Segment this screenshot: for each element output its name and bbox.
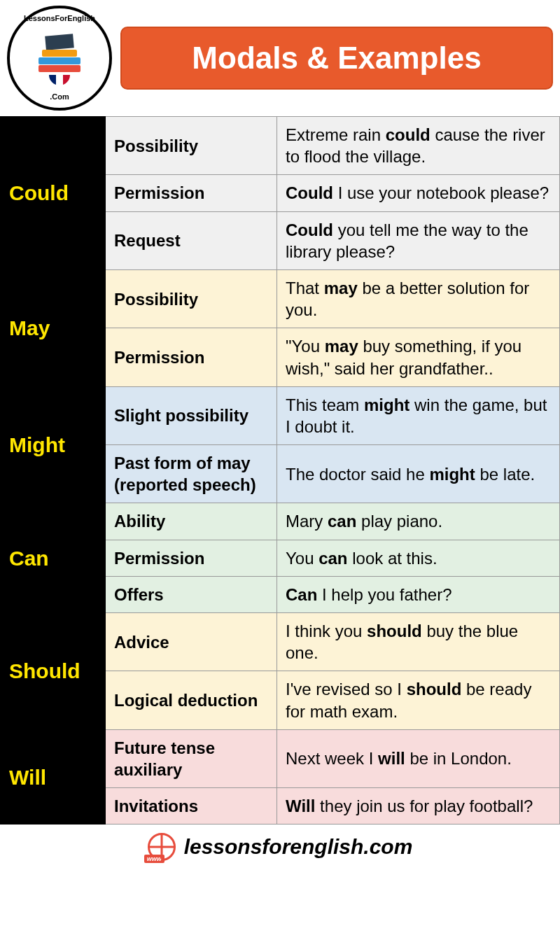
usage-cell: Offers xyxy=(106,576,277,612)
modal-name-cell: Can xyxy=(1,503,106,613)
usage-cell: Permission xyxy=(106,540,277,576)
example-cell: Mary can play piano. xyxy=(277,503,560,540)
table-row: ShouldAdviceI think you should buy the b… xyxy=(1,613,560,671)
usage-cell: Request xyxy=(106,211,277,269)
example-text-bold: Can xyxy=(286,585,317,604)
example-text-bold: Could xyxy=(286,220,333,239)
logo-text-top: LessonsForEnglish xyxy=(24,14,95,22)
header: LessonsForEnglish .Com Modals & Examples xyxy=(0,0,560,116)
usage-cell: Invitations xyxy=(106,788,277,825)
example-cell: You can look at this. xyxy=(277,540,560,576)
example-cell: Extreme rain could cause the river to fl… xyxy=(277,117,560,175)
modal-name-cell: Might xyxy=(1,386,106,503)
globe-icon: www xyxy=(148,833,176,861)
example-cell: I think you should buy the blue one. xyxy=(277,613,560,671)
example-text-post: they join us for play football? xyxy=(315,797,533,815)
example-text-bold: might xyxy=(429,465,475,484)
usage-cell: Ability xyxy=(106,503,277,540)
books-icon xyxy=(38,48,80,72)
example-text-post: be in London. xyxy=(405,749,512,768)
example-text-bold: will xyxy=(378,749,405,768)
usage-cell: Permission xyxy=(106,328,277,386)
example-cell: Could I use your notebook please? xyxy=(277,175,560,211)
example-cell: The doctor said he might be late. xyxy=(277,445,560,503)
example-cell: Will they join us for play football? xyxy=(277,788,560,825)
example-text-bold: can xyxy=(328,512,356,531)
table-row: MightSlight possibilityThis team might w… xyxy=(1,386,560,444)
example-text-post: I use your notebook please? xyxy=(333,183,549,202)
usage-cell: Future tense auxiliary xyxy=(106,729,277,787)
footer-url: lessonsforenglish.com xyxy=(184,835,413,859)
modal-name-cell: Will xyxy=(1,729,106,825)
www-label: www xyxy=(144,855,164,863)
example-cell: I've revised so I should be ready for ma… xyxy=(277,671,560,729)
example-text-pre: "You xyxy=(286,337,325,356)
example-text-bold: Will xyxy=(286,797,315,815)
logo-text-bottom: .Com xyxy=(50,92,69,101)
uk-flag-heart-icon xyxy=(49,75,70,92)
usage-cell: Permission xyxy=(106,175,277,211)
example-text-post: play piano. xyxy=(356,512,442,531)
example-text-bold: can xyxy=(318,549,347,568)
page-title: Modals & Examples xyxy=(120,27,553,90)
example-text-pre: That xyxy=(286,279,324,297)
usage-cell: Logical deduction xyxy=(106,671,277,729)
example-text-pre: I think you xyxy=(286,622,367,640)
example-text-pre: The doctor said he xyxy=(286,465,429,484)
example-cell: Could you tell me the way to the library… xyxy=(277,211,560,269)
example-text-bold: should xyxy=(407,680,462,699)
usage-cell: Possibility xyxy=(106,117,277,175)
example-text-bold: may xyxy=(325,337,358,356)
example-text-pre: You xyxy=(286,549,318,568)
example-text-bold: may xyxy=(324,279,358,297)
table-row: CanAbilityMary can play piano. xyxy=(1,503,560,540)
example-text-pre: Extreme rain xyxy=(286,125,386,144)
example-cell: Next week I will be in London. xyxy=(277,729,560,787)
graduation-cap-icon xyxy=(45,34,74,50)
example-cell: "You may buy something, if you wish," sa… xyxy=(277,328,560,386)
modal-name-cell: Could xyxy=(1,117,106,270)
footer: www lessonsforenglish.com xyxy=(0,825,560,869)
example-text-post: look at this. xyxy=(348,549,438,568)
modal-name-cell: Should xyxy=(1,613,106,730)
example-text-pre: This team xyxy=(286,395,364,414)
modal-name-cell: May xyxy=(1,269,106,386)
example-text-pre: Mary xyxy=(286,512,328,531)
example-text-pre: I've revised so I xyxy=(286,680,407,699)
modals-table: CouldPossibilityExtreme rain could cause… xyxy=(0,116,560,825)
example-text-bold: might xyxy=(364,395,410,414)
usage-cell: Advice xyxy=(106,613,277,671)
usage-cell: Slight possibility xyxy=(106,386,277,444)
usage-cell: Possibility xyxy=(106,269,277,328)
table-row: CouldPossibilityExtreme rain could cause… xyxy=(1,117,560,175)
example-text-post: I help you father? xyxy=(317,585,451,604)
example-cell: This team might win the game, but I doub… xyxy=(277,386,560,444)
table-row: WillFuture tense auxiliaryNext week I wi… xyxy=(1,729,560,787)
usage-cell: Past form of may (reported speech) xyxy=(106,445,277,503)
example-text-pre: Next week I xyxy=(286,749,378,768)
example-cell: That may be a better solution for you. xyxy=(277,269,560,328)
example-text-bold: could xyxy=(386,125,430,144)
table-row: MayPossibilityThat may be a better solut… xyxy=(1,269,560,328)
logo-circle: LessonsForEnglish .Com xyxy=(7,6,112,111)
example-text-bold: should xyxy=(367,622,422,640)
example-text-bold: Could xyxy=(286,183,333,202)
example-text-post: be late. xyxy=(475,465,535,484)
example-cell: Can I help you father? xyxy=(277,576,560,612)
